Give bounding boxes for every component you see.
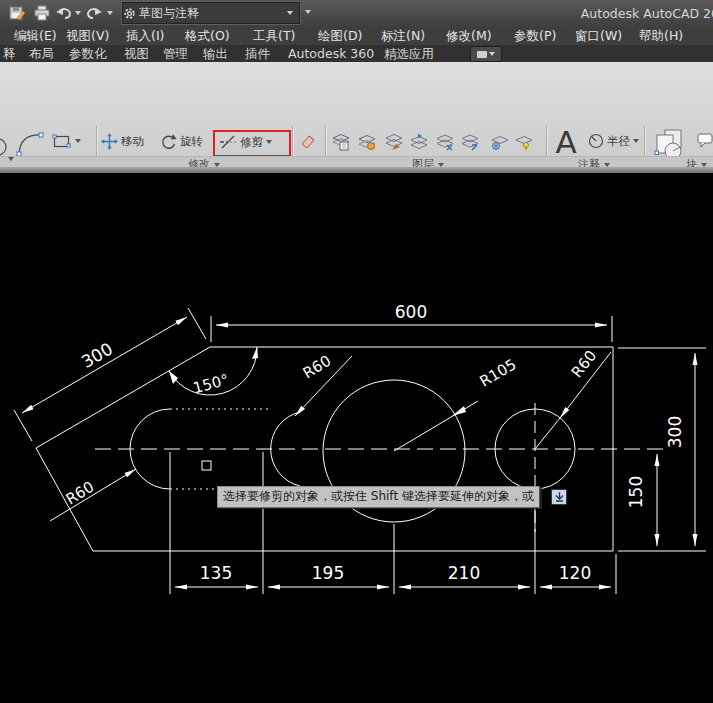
erase-icon[interactable] [299, 132, 317, 150]
menu-modify[interactable]: 修改(M) [446, 28, 492, 45]
tab-featured-apps[interactable]: 精选应用 [384, 46, 434, 63]
rotate-label: 旋转 [180, 134, 203, 149]
tab-parametric[interactable]: 参数化 [69, 46, 107, 63]
media-button[interactable] [470, 46, 502, 62]
rectangle-icon [52, 133, 72, 150]
layer-properties-icon[interactable] [331, 132, 351, 152]
trim-prompt-tooltip: 选择要修剪的对象，或按住 Shift 键选择要延伸的对象，或 [217, 486, 540, 508]
layer-unisolate-icon[interactable] [460, 132, 480, 152]
ribbon-tab-bar: 释 布局 参数化 视图 管理 输出 插件 Autodesk 360 精选应用 [0, 45, 713, 62]
menu-view[interactable]: 视图(V) [66, 28, 109, 45]
dim-r60-slot: R60 [63, 478, 98, 509]
menu-bar: 编辑(E) 视图(V) 插入(I) 格式(O) 工具(T) 绘图(D) 标注(N… [0, 26, 713, 46]
tab-layout[interactable]: 布局 [29, 46, 54, 63]
tab-annotate-cut[interactable]: 释 [3, 46, 16, 63]
r60-right-leader-tail [535, 418, 560, 449]
media-dropdown-icon [489, 52, 495, 56]
rectangle-tool-button[interactable] [52, 132, 81, 150]
tab-view[interactable]: 视图 [124, 46, 149, 63]
layer-previous-icon[interactable] [409, 132, 429, 152]
tab-manage[interactable]: 管理 [163, 46, 188, 63]
workspace-label: 草图与注释 [139, 5, 199, 22]
dim-150: 150 [626, 476, 646, 508]
radius-dropdown-icon[interactable] [633, 139, 639, 143]
tab-plugins[interactable]: 插件 [245, 46, 270, 63]
title-bar: 草图与注释 Autodesk AutoCAD 20 [0, 0, 713, 26]
undo-icon[interactable] [55, 4, 73, 22]
print-icon[interactable] [33, 4, 51, 22]
rotate-button[interactable]: 旋转 [160, 132, 203, 150]
rectangle-dropdown-icon[interactable] [75, 139, 81, 143]
tab-autodesk360[interactable]: Autodesk 360 [288, 46, 374, 61]
menu-insert[interactable]: 插入(I) [126, 28, 164, 45]
dim300-line[interactable] [22, 317, 187, 413]
menu-parametric[interactable]: 参数(P) [514, 28, 556, 45]
rotate-icon [160, 133, 177, 150]
text-a-icon: A [555, 126, 576, 159]
tab-output[interactable]: 输出 [203, 46, 228, 63]
dim-210: 210 [448, 563, 480, 583]
redo-dropdown-icon[interactable] [107, 11, 113, 15]
dim-300-vertical: 300 [665, 416, 685, 448]
menu-dimension[interactable]: 标注(N) [381, 28, 425, 45]
r105-arrow [452, 406, 466, 416]
dim-r60-right: R60 [568, 347, 600, 381]
dim-r105: R105 [477, 355, 520, 391]
autocad-window: 草图与注释 Autodesk AutoCAD 20 编辑(E) 视图(V) 插入… [0, 0, 713, 703]
pickbox-cursor[interactable] [202, 461, 211, 470]
block-panel-dropdown-icon [701, 163, 707, 167]
menu-draw[interactable]: 绘图(D) [318, 28, 362, 45]
layer-hand-icon[interactable] [384, 132, 404, 152]
cad-drawing: 600 300 150° R60 R60 R105 R60 300 150 13… [0, 173, 713, 703]
bottom-extension-lines [170, 452, 616, 594]
menu-window[interactable]: 窗口(W) [575, 28, 622, 45]
workspace-switcher[interactable]: 草图与注释 [122, 2, 300, 24]
dim-r60-mid: R60 [300, 352, 335, 383]
layer-lock-icon[interactable] [513, 132, 533, 152]
move-button[interactable]: 移动 [101, 132, 144, 150]
menu-tools[interactable]: 工具(T) [253, 28, 295, 45]
dynamic-options-icon[interactable] [551, 489, 567, 505]
save-icon[interactable] [8, 4, 26, 22]
window-title: Autodesk AutoCAD 20 [581, 6, 713, 21]
layer-match-icon[interactable] [357, 132, 377, 152]
draw-panel-expander[interactable] [8, 157, 14, 161]
menu-format[interactable]: 格式(O) [185, 28, 230, 45]
dim-135: 135 [200, 563, 232, 583]
layers-panel-dropdown-icon [438, 163, 444, 167]
image-icon [477, 51, 487, 58]
move-label: 移动 [121, 134, 144, 149]
dim-120: 120 [559, 563, 591, 583]
menu-edit[interactable]: 编辑(E) [14, 28, 57, 45]
dim-600: 600 [395, 302, 427, 322]
modify-panel-dropdown-icon [214, 163, 220, 167]
dim-300-diagonal: 300 [78, 338, 116, 372]
circle-tool-icon[interactable] [0, 136, 12, 158]
annotation-panel-dropdown-icon [604, 163, 610, 167]
drawing-canvas[interactable]: 600 300 150° R60 R60 R105 R60 300 150 13… [0, 173, 713, 703]
angle-arrow-right [252, 347, 258, 359]
r105-leader[interactable] [394, 401, 478, 451]
dim-195: 195 [312, 563, 344, 583]
arc-icon [15, 128, 45, 158]
workspace-dropdown-icon[interactable] [287, 11, 293, 15]
layer-freeze-icon[interactable] [489, 132, 509, 152]
qat-customize-icon[interactable] [305, 10, 311, 14]
dim300-extension-lines [14, 308, 206, 441]
radius-icon [588, 133, 604, 149]
angle-arrow-left [169, 371, 178, 384]
radius-dim-button[interactable]: 半径 [588, 132, 639, 150]
trim-highlight-box [213, 130, 291, 157]
gear-icon [123, 7, 136, 20]
edit-attribute-icon[interactable] [697, 132, 713, 148]
radius-label: 半径 [607, 134, 630, 149]
layer-isolate-icon[interactable] [435, 132, 455, 152]
move-icon [101, 133, 118, 150]
undo-dropdown-icon[interactable] [75, 11, 81, 15]
ribbon: 圆弧 [0, 62, 713, 156]
dim-150deg: 150° [191, 371, 231, 398]
menu-help[interactable]: 帮助(H) [639, 28, 683, 45]
redo-icon[interactable] [85, 4, 103, 22]
